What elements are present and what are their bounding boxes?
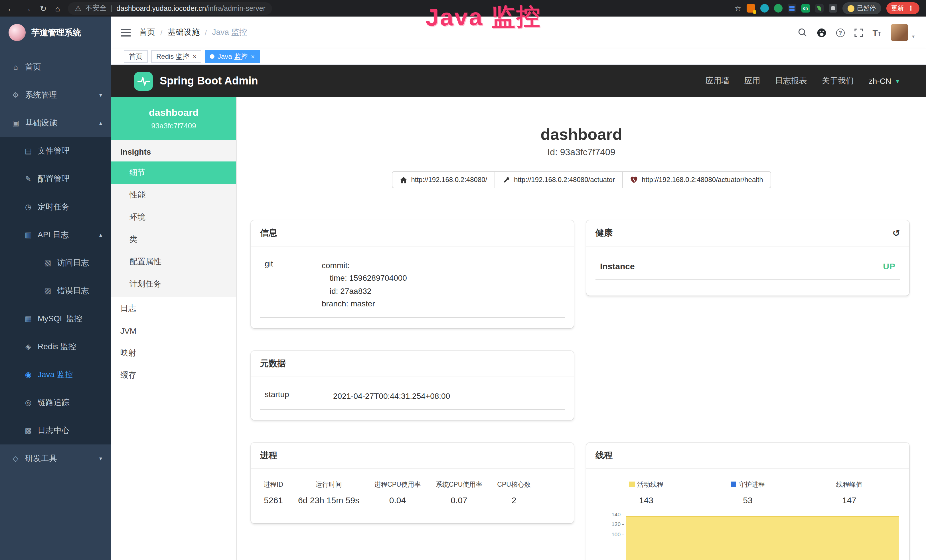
sidebar-item-error-logs[interactable]: ▨错误日志 <box>0 277 111 305</box>
url-divider: | <box>110 4 113 12</box>
log-center-icon: ▩ <box>24 426 33 435</box>
github-icon[interactable] <box>817 28 826 37</box>
instance-menu-metrics[interactable]: 性能 <box>111 184 236 206</box>
hamburger-icon[interactable] <box>121 29 131 36</box>
extension-icon-on-switch[interactable]: on <box>801 4 809 12</box>
sidebar-item-log-center[interactable]: ▩日志中心 <box>0 416 111 445</box>
sidebar-item-infrastructure[interactable]: ▣基础设施▴ <box>0 109 111 137</box>
url-domain: dashboard.yudao.iocoder.cn <box>117 4 206 12</box>
sidebar-item-mysql-monitor[interactable]: ▦MySQL 监控 <box>0 305 111 333</box>
sidebar-item-api-logs[interactable]: ▥API 日志▴ <box>0 221 111 249</box>
instance-menu-environment[interactable]: 环境 <box>111 206 236 228</box>
metadata-card-header: 元数据 <box>251 351 574 377</box>
breadcrumb-home[interactable]: 首页 <box>139 27 155 38</box>
reload-button[interactable]: ↻ <box>40 4 47 13</box>
extension-icon-green[interactable] <box>774 4 782 12</box>
smiley-icon <box>847 5 854 12</box>
browser-home-button[interactable]: ⌂ <box>55 4 60 13</box>
instance-menu-scheduled-tasks[interactable]: 计划任务 <box>111 273 236 295</box>
metadata-value: 2021-04-27T00:44:31.254+08:00 <box>333 389 560 402</box>
warning-icon: ⚠ <box>75 4 81 12</box>
sidebar-item-config-management[interactable]: ✎配置管理 <box>0 165 111 193</box>
instance-menu-mappings[interactable]: 映射 <box>111 342 236 364</box>
sidebar-item-redis-monitor[interactable]: ◈Redis 监控 <box>0 333 111 360</box>
threads-chart-y-axis: 140 120 100 <box>605 514 625 560</box>
font-size-icon[interactable]: TT <box>872 28 881 37</box>
sidebar-item-java-monitor[interactable]: ◉Java 监控 <box>0 360 111 389</box>
browser-nav: ← → ↻ ⌂ <box>7 4 60 13</box>
extension-icon-grid[interactable] <box>787 4 796 12</box>
language-select[interactable]: zh-CN ▼ <box>869 76 900 86</box>
sba-link-wallboard[interactable]: 应用墙 <box>705 76 729 86</box>
sidebar-item-dev-tools[interactable]: ◇研发工具▾ <box>0 445 111 472</box>
live-threads-swatch <box>629 482 635 487</box>
cards-grid: 信息 git commit: time: 1596289704000 id: 2… <box>237 188 926 560</box>
health-instance-row: Instance UP <box>595 251 900 280</box>
breadcrumb-infrastructure[interactable]: 基础设施 <box>168 27 200 38</box>
search-icon[interactable] <box>798 28 807 37</box>
instance-header[interactable]: dashboard 93a3fc7f7409 <box>111 97 236 140</box>
redis-icon: ◈ <box>24 342 33 351</box>
avatar-caret-icon[interactable]: ▾ <box>912 34 915 41</box>
fullscreen-icon[interactable] <box>854 28 863 37</box>
address-bar[interactable]: ⚠ 不安全 | dashboard.yudao.iocoder.cn/infra… <box>68 2 272 15</box>
instance-menu-config-props[interactable]: 配置属性 <box>111 250 236 273</box>
tab-redis-monitor[interactable]: Redis 监控× <box>151 50 202 63</box>
tab-java-monitor[interactable]: Java 监控× <box>205 50 260 63</box>
app-sidebar: 芋道管理系统 ⌂首页 ⚙系统管理▾ ▣基础设施▴ ▤文件管理 ✎配置管理 ◷定时… <box>0 17 111 560</box>
history-icon[interactable]: ↺ <box>892 228 900 239</box>
close-icon[interactable]: × <box>193 53 197 60</box>
sba-link-journal[interactable]: 日志报表 <box>775 76 807 86</box>
process-col-pid: 进程ID 5261 <box>263 480 283 505</box>
extension-icon-plug[interactable] <box>828 4 837 12</box>
help-icon[interactable]: ? <box>836 28 844 37</box>
sidebar-item-access-logs[interactable]: ▧访问日志 <box>0 249 111 277</box>
sba-link-applications[interactable]: 应用 <box>744 76 760 86</box>
chevron-down-icon: ▼ <box>895 78 900 84</box>
security-label[interactable]: 不安全 <box>85 3 107 13</box>
forward-button[interactable]: → <box>23 4 31 13</box>
sba-brand[interactable]: Spring Boot Admin <box>134 72 258 91</box>
tab-home[interactable]: 首页 <box>124 50 148 63</box>
status-badge: UP <box>883 261 896 271</box>
tools-icon: ◇ <box>11 454 20 463</box>
health-url-button[interactable]: http://192.168.0.2:48080/actuator/health <box>622 171 771 188</box>
sidebar-item-scheduled-jobs[interactable]: ◷定时任务 <box>0 193 111 221</box>
sba-link-about[interactable]: 关于我们 <box>822 76 854 86</box>
extension-icon-fox[interactable] <box>746 4 755 12</box>
breadcrumb-current: Java 监控 <box>212 27 247 38</box>
home-icon <box>399 176 407 183</box>
browser-menu-icon[interactable]: ⋮ <box>908 5 914 12</box>
sidebar-menu: ⌂首页 ⚙系统管理▾ ▣基础设施▴ ▤文件管理 ✎配置管理 ◷定时任务 ▥API… <box>0 48 111 472</box>
instance-menu-logs[interactable]: 日志 <box>111 297 236 319</box>
threads-card: 线程 活动线程 143 守护进程 53 线程峰值 147 <box>586 443 909 560</box>
sidebar-item-home[interactable]: ⌂首页 <box>0 53 111 81</box>
sidebar-item-tracing[interactable]: ◎链路追踪 <box>0 389 111 416</box>
instance-menu-details[interactable]: 细节 <box>111 162 236 184</box>
chevron-down-icon: ▾ <box>99 455 102 462</box>
update-button[interactable]: 更新 ⋮ <box>886 2 919 14</box>
process-col-cpus: CPU核心数 2 <box>497 480 531 505</box>
app-logo[interactable]: 芋道管理系统 <box>0 17 111 48</box>
sidebar-item-system-management[interactable]: ⚙系统管理▾ <box>0 81 111 109</box>
access-log-icon: ▧ <box>43 259 52 267</box>
sba-nav-links: 应用墙 应用 日志报表 关于我们 zh-CN ▼ <box>705 76 900 86</box>
process-card-header: 进程 <box>251 443 574 469</box>
instance-url-button[interactable]: http://192.168.0.2:48080/ <box>392 171 495 188</box>
sidebar-item-file-management[interactable]: ▤文件管理 <box>0 137 111 165</box>
instance-menu-jvm[interactable]: JVM <box>111 319 236 342</box>
actuator-url-button[interactable]: http://192.168.0.2:48080/actuator <box>495 171 623 188</box>
paused-badge[interactable]: 已暂停 <box>842 2 881 14</box>
extension-icon-sprout[interactable] <box>815 4 823 12</box>
close-icon[interactable]: × <box>251 53 255 60</box>
sba-navbar: Spring Boot Admin 应用墙 应用 日志报表 关于我们 zh-CN… <box>111 65 926 97</box>
metadata-startup-row: startup 2021-04-27T00:44:31.254+08:00 <box>260 381 565 410</box>
instance-menu-classes[interactable]: 类 <box>111 228 236 250</box>
back-button[interactable]: ← <box>7 4 15 13</box>
page-title: dashboard <box>237 126 926 144</box>
instance-menu-caches[interactable]: 缓存 <box>111 364 236 386</box>
extension-icon-teal[interactable] <box>760 4 769 12</box>
user-avatar[interactable] <box>891 24 908 41</box>
daemon-threads-swatch <box>731 482 736 487</box>
bookmark-star-icon[interactable]: ☆ <box>735 4 741 12</box>
